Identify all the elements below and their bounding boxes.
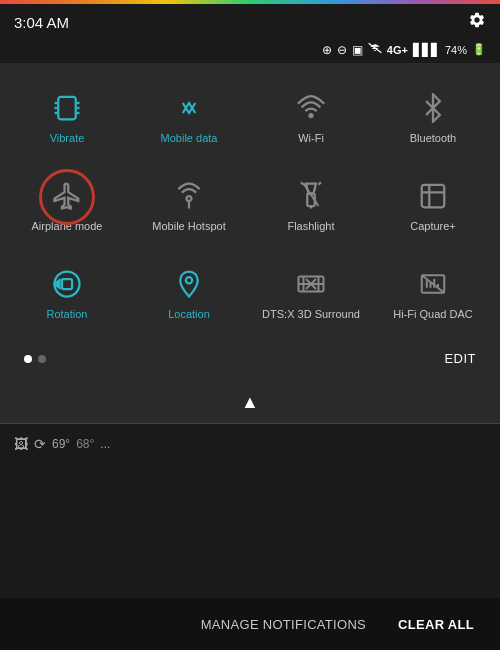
- qs-tile-mobile-data[interactable]: Mobile data: [132, 77, 246, 157]
- svg-point-19: [186, 278, 192, 284]
- quick-settings-panel: Vibrate Mobile data Wi‑Fi: [0, 63, 500, 386]
- svg-rect-16: [422, 185, 445, 208]
- battery-percent: 74%: [445, 44, 467, 56]
- indicator-row: ⊕ ⊖ ▣ 4G+ ▋▋▋ 74% 🔋: [0, 40, 500, 63]
- more-dots: ...: [100, 437, 110, 451]
- dts-icon: [293, 266, 329, 302]
- mobile-data-label: Mobile data: [161, 132, 218, 145]
- temp-high: 69°: [52, 437, 70, 451]
- capture-label: Capture+: [410, 220, 456, 233]
- qs-tile-hotspot[interactable]: Mobile Hotspot: [132, 165, 246, 245]
- hotspot-label: Mobile Hotspot: [152, 220, 225, 233]
- manage-notifications-button[interactable]: MANAGE NOTIFICATIONS: [185, 607, 382, 642]
- airplane-label: Airplane mode: [32, 220, 103, 233]
- svg-rect-1: [58, 97, 76, 120]
- bluetooth-label: Bluetooth: [410, 132, 456, 145]
- vibrate-label: Vibrate: [50, 132, 85, 145]
- mobile-data-icon: [171, 90, 207, 126]
- rotation-label: Rotation: [47, 308, 88, 321]
- capture-icon: [415, 178, 451, 214]
- svg-line-31: [422, 276, 445, 294]
- bluetooth-icon: [415, 90, 451, 126]
- clear-all-button[interactable]: CLEAR ALL: [382, 607, 490, 642]
- qs-tile-airplane[interactable]: Airplane mode: [10, 165, 124, 245]
- gear-icon[interactable]: [468, 11, 486, 33]
- network-type: 4G+: [387, 44, 408, 56]
- battery-icon: 🔋: [472, 43, 486, 56]
- temp-low: 68°: [76, 437, 94, 451]
- page-dots: [24, 355, 46, 363]
- qs-tile-capture[interactable]: Capture+: [376, 165, 490, 245]
- page-dot-2[interactable]: [38, 355, 46, 363]
- qs-grid: Vibrate Mobile data Wi‑Fi: [10, 77, 490, 333]
- brightness-icon: ⊕: [322, 43, 332, 57]
- qs-tile-rotation[interactable]: Rotation: [10, 253, 124, 333]
- hifi-icon: [415, 266, 451, 302]
- qs-tile-vibrate[interactable]: Vibrate: [10, 77, 124, 157]
- qs-tile-wifi[interactable]: Wi‑Fi: [254, 77, 368, 157]
- svg-point-9: [187, 196, 192, 201]
- signal-bars: ▋▋▋: [413, 43, 440, 57]
- wifi-status-icon: [368, 42, 382, 57]
- hotspot-icon: [171, 178, 207, 214]
- flashlight-icon: [293, 178, 329, 214]
- page-dot-1[interactable]: [24, 355, 32, 363]
- status-bar: 3:04 AM: [0, 4, 500, 40]
- wifi-label: Wi‑Fi: [298, 132, 324, 145]
- notification-icons: 🖼 ⟳ 69° 68° ...: [14, 436, 110, 452]
- flashlight-label: Flashlight: [287, 220, 334, 233]
- airplane-icon: [49, 178, 85, 214]
- vibrate-icon: [49, 90, 85, 126]
- qs-tile-bluetooth[interactable]: Bluetooth: [376, 77, 490, 157]
- rotation-icon: [49, 266, 85, 302]
- status-time: 3:04 AM: [14, 14, 69, 31]
- battery-saver-icon: ▣: [352, 43, 363, 57]
- page-indicators-row: EDIT: [10, 341, 490, 376]
- location-label: Location: [168, 308, 210, 321]
- sync-icon: ⟳: [34, 436, 46, 452]
- svg-point-8: [310, 114, 313, 117]
- qs-tile-dts[interactable]: DTS:X 3D Surround: [254, 253, 368, 333]
- location-icon: [171, 266, 207, 302]
- svg-rect-18: [62, 279, 72, 289]
- svg-line-14: [319, 183, 322, 186]
- hifi-label: Hi-Fi Quad DAC: [393, 308, 472, 321]
- collapse-chevron[interactable]: ▲: [241, 392, 259, 413]
- qs-tile-hifi[interactable]: Hi-Fi Quad DAC: [376, 253, 490, 333]
- do-not-disturb-icon: ⊖: [337, 43, 347, 57]
- bottom-bar: MANAGE NOTIFICATIONS CLEAR ALL: [0, 598, 500, 650]
- collapse-bar: ▲: [0, 386, 500, 423]
- notification-bar: 🖼 ⟳ 69° 68° ...: [0, 424, 500, 464]
- qs-tile-location[interactable]: Location: [132, 253, 246, 333]
- dts-label: DTS:X 3D Surround: [262, 308, 360, 321]
- wifi-icon: [293, 90, 329, 126]
- gallery-icon: 🖼: [14, 436, 28, 452]
- edit-button[interactable]: EDIT: [444, 351, 476, 366]
- qs-tile-flashlight[interactable]: Flashlight: [254, 165, 368, 245]
